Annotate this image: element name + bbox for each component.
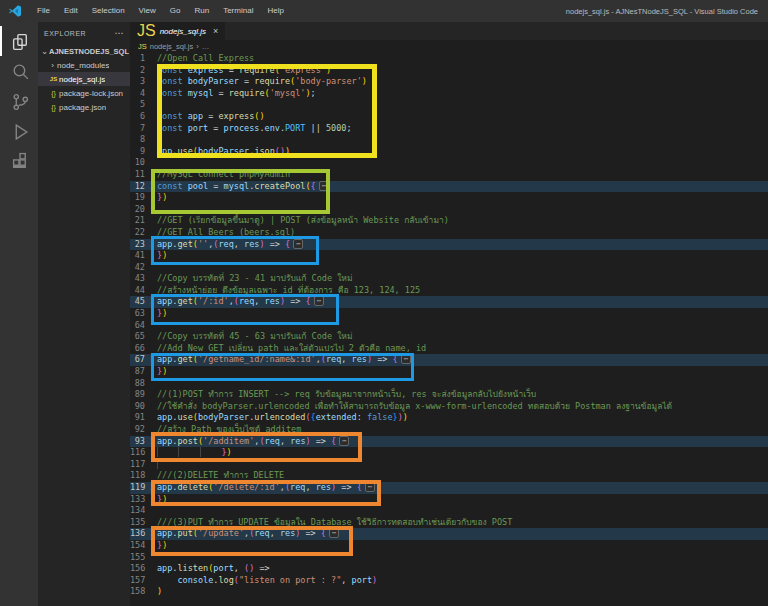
code-line-19[interactable]: 19}) <box>130 192 768 204</box>
line-text[interactable]: //Copy บรรทัดที่ 23 - 41 มาปรับแก้ Code … <box>157 273 768 285</box>
line-text[interactable]: ///(2)DELETE ทำการ DELETE <box>157 470 768 482</box>
breadcrumb-file[interactable]: nodejs_sql.js <box>150 42 193 51</box>
line-text[interactable]: app.listen(port, () => <box>157 563 768 575</box>
line-text[interactable]: app.post('/additem',(req, res) => {⋯ <box>157 436 768 448</box>
chevron-down-icon[interactable]: ⌄ <box>40 47 49 56</box>
code-line-136[interactable]: 136❯app.put('/update',(req, res) => {⋯ <box>130 528 768 540</box>
code-line-154[interactable]: 154}) <box>130 540 768 552</box>
menu-help[interactable]: Help <box>260 0 290 22</box>
source-control-icon[interactable] <box>0 86 38 116</box>
chevron-right-icon[interactable]: › <box>48 61 57 70</box>
line-text[interactable]: }) <box>157 494 768 506</box>
line-text[interactable] <box>157 99 768 111</box>
folded-code-badge[interactable]: ⋯ <box>401 354 411 364</box>
line-text[interactable]: const pool = mysql.createPool({⋯ <box>157 181 768 193</box>
line-text[interactable]: app.get('/:id',(req, res) => {⋯ <box>157 296 768 308</box>
code-line-88[interactable]: 88 <box>130 378 768 390</box>
line-text[interactable]: app.put('/update',(req, res) => {⋯ <box>157 528 768 540</box>
code-line-155[interactable]: 155 <box>130 552 768 564</box>
code-line-91[interactable]: 91app.use(bodyParser.urlencoded({extende… <box>130 412 768 424</box>
code-line-133[interactable]: 133}) <box>130 494 768 506</box>
code-line-116[interactable]: 116 }) <box>130 447 768 459</box>
fold-chevron-icon[interactable]: ❯ <box>147 181 157 193</box>
line-text[interactable]: app.use(bodyParser.json()) <box>157 146 768 158</box>
code-line-23[interactable]: 23❯app.get('',(req, res) => {⋯ <box>130 239 768 251</box>
line-text[interactable] <box>157 134 768 146</box>
menu-edit[interactable]: Edit <box>57 0 85 22</box>
line-text[interactable]: }) <box>157 540 768 552</box>
folded-code-badge[interactable]: ⋯ <box>293 239 303 249</box>
code-line-22[interactable]: 22//GET All Beers (beers.sql) <box>130 227 768 239</box>
line-text[interactable]: const bodyParser = require('body-parser'… <box>157 76 768 88</box>
breadcrumb[interactable]: JS nodejs_sql.js › … <box>130 40 768 53</box>
code-line-87[interactable]: 87}) <box>130 366 768 378</box>
fold-chevron-icon[interactable]: ❯ <box>147 354 157 366</box>
fold-chevron-icon[interactable]: ❯ <box>147 436 157 448</box>
code-line-63[interactable]: 63}) <box>130 308 768 320</box>
code-line-93[interactable]: 93❯app.post('/additem',(req, res) => {⋯ <box>130 436 768 448</box>
code-line-9[interactable]: 9app.use(bodyParser.json()) <box>130 146 768 158</box>
line-text[interactable] <box>157 459 768 471</box>
sidebar-item-node-modules[interactable]: ›node_modules <box>38 58 130 72</box>
code-line-20[interactable]: 20 <box>130 204 768 216</box>
line-text[interactable]: //Open Call Express <box>157 53 768 65</box>
code-line-10[interactable]: 10 <box>130 157 768 169</box>
fold-chevron-icon[interactable]: ❯ <box>147 482 157 494</box>
code-line-64[interactable]: 64 <box>130 320 768 332</box>
fold-chevron-icon[interactable]: ❯ <box>147 528 157 540</box>
line-text[interactable] <box>157 320 768 332</box>
fold-chevron-icon[interactable]: ❯ <box>147 296 157 308</box>
code-line-43[interactable]: 43//Copy บรรทัดที่ 23 - 41 มาปรับแก้ Cod… <box>130 273 768 285</box>
fold-chevron-icon[interactable]: ❯ <box>147 239 157 251</box>
code-line-1[interactable]: 1//Open Call Express <box>130 53 768 65</box>
line-text[interactable]: }) <box>157 192 768 204</box>
line-text[interactable]: //GET (เรียกข้อมูลขึ้นมาดู) | POST (ส่งข… <box>157 215 768 227</box>
folded-code-badge[interactable]: ⋯ <box>329 528 339 538</box>
tab-nodejs-sql-js[interactable]: JS nodejs_sql.js × <box>130 22 225 40</box>
line-text[interactable]: const express = require('express') <box>157 65 768 77</box>
extensions-icon[interactable] <box>0 146 38 176</box>
code-line-4[interactable]: 4const mysql = require('mysql'); <box>130 88 768 100</box>
line-text[interactable] <box>157 552 768 564</box>
line-text[interactable]: const app = express() <box>157 111 768 123</box>
menu-run[interactable]: Run <box>187 0 216 22</box>
code-line-42[interactable]: 42 <box>130 262 768 274</box>
line-text[interactable]: //MySQL Connect phpMyAdmin <box>157 169 768 181</box>
code-line-135[interactable]: 135///(3)PUT ทำการ UPDATE ข้อมูลใน Datab… <box>130 517 768 529</box>
line-text[interactable] <box>157 157 768 169</box>
line-text[interactable]: app.use(bodyParser.urlencoded({extended:… <box>157 412 768 424</box>
line-text[interactable] <box>157 204 768 216</box>
code-line-158[interactable]: 158) <box>130 586 768 598</box>
code-line-90[interactable]: 90//ใช้คำสั่ง bodyParser.urlencoded เพื่… <box>130 401 768 413</box>
code-line-117[interactable]: 117 <box>130 459 768 471</box>
code-line-6[interactable]: 6const app = express() <box>130 111 768 123</box>
code-line-2[interactable]: 2const express = require('express') <box>130 65 768 77</box>
line-text[interactable]: }) <box>157 250 768 262</box>
folded-code-badge[interactable]: ⋯ <box>319 181 329 191</box>
code-line-3[interactable]: 3const bodyParser = require('body-parser… <box>130 76 768 88</box>
code-editor[interactable]: 1//Open Call Express2const express = req… <box>130 53 768 606</box>
folded-code-badge[interactable]: ⋯ <box>365 482 375 492</box>
code-line-119[interactable]: 119❯app.delete('/delete/:id',(req, res) … <box>130 482 768 494</box>
line-text[interactable]: app.get('/getname_id/:name&:id',(req, re… <box>157 354 768 366</box>
code-line-11[interactable]: 11//MySQL Connect phpMyAdmin <box>130 169 768 181</box>
line-text[interactable]: const mysql = require('mysql'); <box>157 88 768 100</box>
run-debug-icon[interactable] <box>0 116 38 146</box>
sidebar-more-actions-icon[interactable]: ⋯ <box>115 28 125 38</box>
menu-go[interactable]: Go <box>163 0 188 22</box>
line-text[interactable]: //GET All Beers (beers.sql) <box>157 227 768 239</box>
line-text[interactable]: app.get('',(req, res) => {⋯ <box>157 239 768 251</box>
code-line-67[interactable]: 67❯app.get('/getname_id/:name&:id',(req,… <box>130 354 768 366</box>
line-text[interactable]: //ใช้คำสั่ง bodyParser.urlencoded เพื่อท… <box>157 401 768 413</box>
menu-selection[interactable]: Selection <box>85 0 132 22</box>
line-text[interactable]: }) <box>157 308 768 320</box>
code-line-65[interactable]: 65//Copy บรรทัดที่ 45 - 63 มาปรับแก้ Cod… <box>130 331 768 343</box>
line-text[interactable]: //Copy บรรทัดที่ 45 - 63 มาปรับแก้ Code … <box>157 331 768 343</box>
line-text[interactable]: //สร้าง Path ของเว็บไซต์ additem <box>157 424 768 436</box>
tab-close-icon[interactable]: × <box>213 26 218 36</box>
folded-code-badge[interactable]: ⋯ <box>314 296 324 306</box>
code-line-21[interactable]: 21//GET (เรียกข้อมูลขึ้นมาดู) | POST (ส่… <box>130 215 768 227</box>
code-line-7[interactable]: 7const port = process.env.PORT || 5000; <box>130 123 768 135</box>
line-text[interactable]: //(1)POST ทำการ INSERT --> req รับข้อมูล… <box>157 389 768 401</box>
sidebar-item-package-lock-json[interactable]: {}package-lock.json <box>38 86 130 100</box>
